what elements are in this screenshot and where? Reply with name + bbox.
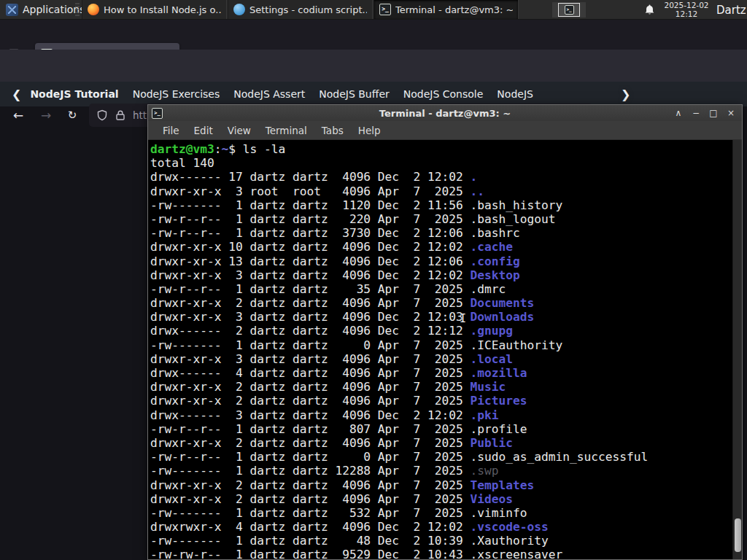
workspace-active-cell[interactable]: >_ xyxy=(558,3,580,17)
taskbar-button-terminal[interactable]: >_Terminal - dartz@vm3: ~ xyxy=(374,0,519,19)
file-name: .viminfo xyxy=(471,506,527,520)
workspace-switcher[interactable]: >_ xyxy=(552,2,586,18)
file-attributes: drwxr-xr-x 2 dartz dartz 4096 Apr 7 2025 xyxy=(150,478,471,492)
file-name: .bash_history xyxy=(471,198,563,212)
terminal-output-line: drwx------ 3 dartz dartz 4096 Dec 2 12:0… xyxy=(150,408,732,422)
scrollbar-thumb[interactable] xyxy=(735,518,741,552)
file-attributes: drwxr-xr-x 3 dartz dartz 4096 Dec 2 12:0… xyxy=(150,268,471,282)
directory-name: .. xyxy=(471,184,485,198)
terminal-shade-button[interactable]: ∧ xyxy=(673,108,684,118)
taskbar-button-label: How to Install Node.js o... xyxy=(104,4,221,15)
back-button[interactable]: ← xyxy=(9,106,28,124)
terminal-output-line: drwx------ 4 dartz dartz 4096 Apr 7 2025… xyxy=(150,366,732,380)
menu-view[interactable]: View xyxy=(220,125,258,136)
directory-name: Pictures xyxy=(471,394,527,408)
menu-terminal[interactable]: Terminal xyxy=(258,125,314,136)
file-attributes: drwxr-xr-x 10 dartz dartz 4096 Dec 2 12:… xyxy=(150,240,471,254)
site-nav-link[interactable]: NodeJS Exercises xyxy=(133,88,220,100)
terminal-output-line: -rw-r--r-- 1 dartz dartz 35 Apr 7 2025 .… xyxy=(150,282,732,296)
username-label: Dartz xyxy=(716,4,746,17)
file-attributes: drwxr-xr-x 3 dartz dartz 4096 Dec 2 12:0… xyxy=(150,310,471,324)
directory-name: .mozilla xyxy=(471,366,527,380)
terminal-maximize-button[interactable]: □ xyxy=(708,108,719,118)
terminal-output-line: drwxrwxr-x 4 dartz dartz 4096 Dec 2 12:0… xyxy=(150,520,732,534)
nav-scroll-right-icon[interactable]: ❯ xyxy=(619,88,632,101)
terminal-icon: >_ xyxy=(152,108,163,119)
directory-name: Public xyxy=(471,436,513,450)
terminal-output-line: drwxr-xr-x 2 dartz dartz 4096 Apr 7 2025… xyxy=(150,296,732,310)
site-nav-link[interactable]: NodeJS Assert xyxy=(233,88,305,100)
terminal-titlebar[interactable]: >_ Terminal - dartz@vm3: ~ ∧ − □ × xyxy=(148,105,742,121)
prompt-dollar: $ xyxy=(228,142,243,156)
prompt-cwd: ~ xyxy=(221,142,228,156)
taskbar-button-vscodium[interactable]: Settings - codium script... xyxy=(228,0,373,19)
firefox-icon xyxy=(88,4,99,15)
notification-bell-icon[interactable] xyxy=(643,4,656,16)
terminal-output[interactable]: dartz@vm3:~$ ls -la total 140 drwx------… xyxy=(148,140,732,559)
directory-name: Videos xyxy=(471,492,513,506)
site-nav-link[interactable]: NodeJS Crypto xyxy=(497,88,533,100)
terminal-output-line: drwxr-xr-x 2 dartz dartz 4096 Apr 7 2025… xyxy=(150,380,732,394)
terminal-output-line: drwxr-xr-x 2 dartz dartz 4096 Apr 7 2025… xyxy=(150,492,732,506)
menu-tabs[interactable]: Tabs xyxy=(314,125,351,136)
site-nav-link[interactable]: NodeJS Tutorial xyxy=(30,88,118,100)
user-menu[interactable]: Dartz xyxy=(716,0,746,20)
clock[interactable]: 2025-12-02 12:12 xyxy=(659,1,714,18)
file-name: .bashrc xyxy=(471,226,520,240)
applications-icon xyxy=(6,4,18,16)
terminal-output-line: drwxr-xr-x 2 dartz dartz 4096 Apr 7 2025… xyxy=(150,478,732,492)
clock-date: 2025-12-02 xyxy=(659,1,714,10)
file-attributes: drwxr-xr-x 2 dartz dartz 4096 Apr 7 2025 xyxy=(150,296,471,310)
terminal-window-title: Terminal - dartz@vm3: ~ xyxy=(148,108,742,119)
menu-file[interactable]: File xyxy=(155,125,187,136)
terminal-close-button[interactable]: × xyxy=(726,108,736,118)
site-navigation-bar: ❮ NodeJS TutorialNodeJS ExercisesNodeJS … xyxy=(0,82,747,106)
taskbar-button-label: Settings - codium script... xyxy=(249,4,367,15)
firefox-tab-bar: ∞ How to Install Node.js on × + ∨ − □ × xyxy=(0,20,747,50)
terminal-window-controls: ∧ − □ × xyxy=(673,108,742,118)
file-attributes: drwxr-xr-x 3 root root 4096 Apr 7 2025 xyxy=(150,184,471,198)
directory-name: .cache xyxy=(471,240,513,254)
file-name: .xscreensaver xyxy=(471,548,563,559)
directory-name: .vscode-oss xyxy=(471,520,549,534)
file-attributes: drwx------ 17 dartz dartz 4096 Dec 2 12:… xyxy=(150,170,471,184)
terminal-total-line: total 140 xyxy=(150,156,732,170)
prompt-colon: : xyxy=(214,142,222,156)
terminal-output-line: drwxr-xr-x 13 dartz dartz 4096 Dec 2 12:… xyxy=(150,254,732,268)
terminal-output-line: -rw------- 1 dartz dartz 0 Apr 7 2025 .I… xyxy=(150,338,732,352)
taskbar-button-label: Terminal - dartz@vm3: ~ xyxy=(395,4,513,15)
site-nav-link[interactable]: NodeJS Console xyxy=(403,88,484,100)
terminal-menubar: FileEditViewTerminalTabsHelp xyxy=(148,121,742,140)
site-nav-link[interactable]: NodeJS Buffer xyxy=(319,88,390,100)
terminal-minimize-button[interactable]: − xyxy=(691,108,701,118)
file-name: .Xauthority xyxy=(471,534,549,548)
file-attributes: -rw------- 1 dartz dartz 0 Apr 7 2025 xyxy=(150,338,471,352)
reload-button[interactable]: ↻ xyxy=(63,106,82,124)
file-attributes: -rw------- 1 dartz dartz 48 Dec 2 10:39 xyxy=(150,534,471,548)
menu-help[interactable]: Help xyxy=(351,125,388,136)
terminal-output-line: drwxr-xr-x 2 dartz dartz 4096 Apr 7 2025… xyxy=(150,394,732,408)
forward-button[interactable]: → xyxy=(36,106,55,124)
site-nav-links: NodeJS TutorialNodeJS ExercisesNodeJS As… xyxy=(30,88,533,100)
file-name: .swp xyxy=(471,464,499,478)
terminal-window: >_ Terminal - dartz@vm3: ~ ∧ − □ × FileE… xyxy=(147,104,743,560)
top-panel: Applications How to Install Node.js o...… xyxy=(0,0,747,20)
file-attributes: drwxr-xr-x 2 dartz dartz 4096 Apr 7 2025 xyxy=(150,492,471,506)
vscodium-icon xyxy=(233,4,245,15)
nav-scroll-left-icon[interactable]: ❮ xyxy=(12,88,21,101)
menu-edit[interactable]: Edit xyxy=(187,125,220,136)
file-attributes: drwx------ 2 dartz dartz 4096 Dec 2 12:1… xyxy=(150,324,471,338)
terminal-scrollbar[interactable] xyxy=(732,140,742,559)
tracking-shield-icon[interactable] xyxy=(96,109,108,121)
terminal-output-line: -rw-rw-r-- 1 dartz dartz 9529 Dec 2 10:4… xyxy=(150,548,732,559)
terminal-output-line: drwxr-xr-x 3 root root 4096 Apr 7 2025 .… xyxy=(150,184,732,198)
directory-name: . xyxy=(471,170,478,184)
prompt-user-host: dartz@vm3 xyxy=(150,142,214,156)
file-attributes: -rw-r--r-- 1 dartz dartz 220 Apr 7 2025 xyxy=(150,212,471,226)
lock-icon[interactable] xyxy=(115,109,126,121)
taskbar-button-firefox[interactable]: How to Install Node.js o... xyxy=(82,0,227,19)
file-attributes: -rw-r--r-- 1 dartz dartz 807 Apr 7 2025 xyxy=(150,422,471,436)
clock-time: 12:12 xyxy=(659,10,714,19)
desktop: Applications How to Install Node.js o...… xyxy=(0,0,747,560)
directory-name: .config xyxy=(471,254,520,268)
